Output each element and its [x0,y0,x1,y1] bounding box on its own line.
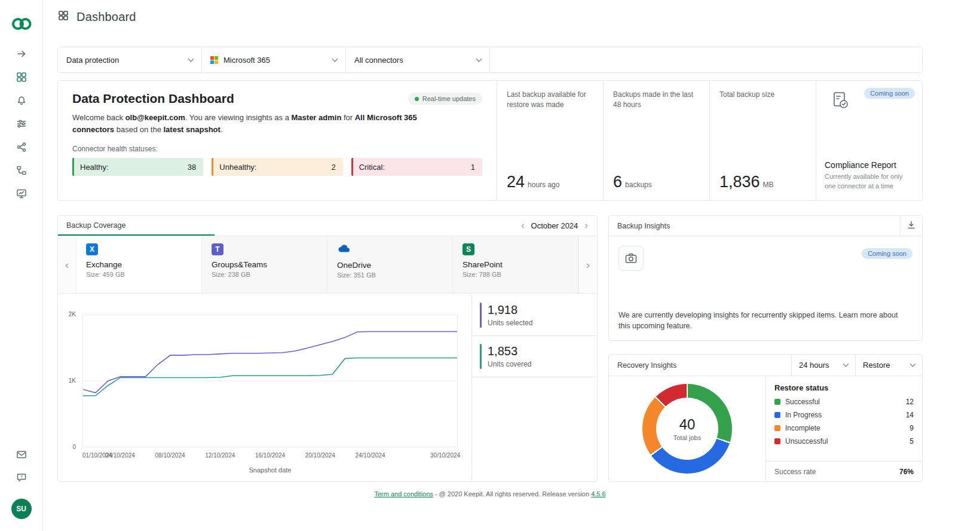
units-accent-bar [480,303,482,328]
terms-link[interactable]: Term and conditions [374,490,433,498]
legend-row: Successful12 [774,398,914,406]
units-selected-stat: 1,918 Units selected [472,295,597,336]
green-dot-icon [415,97,419,101]
page-header: Dashboard [57,0,923,33]
camera-icon [618,246,644,271]
connectors-scroll-right-button[interactable]: › [578,236,597,293]
restore-status-panel: Restore status Successful12 In Progress1… [765,376,922,481]
coverage-chart-area: 01K2K 01/10/202404/10/202408/10/202412/1… [58,295,597,481]
filter-product-label: Microsoft 365 [223,56,270,65]
chevron-down-icon [188,56,194,62]
filter-connectors-select[interactable]: All connectors [346,47,490,72]
connector-tab-onedrive[interactable]: OneDrive Size: 351 GB [327,236,453,293]
restore-status-legend: Successful12 In Progress14 Incomplete9 [774,398,914,445]
health-statuses-label: Connector health statuses: [72,145,482,153]
sidebar-collapse-button[interactable] [8,43,35,66]
filter-connectors-label: All connectors [354,56,403,65]
job-type-select[interactable]: Restore [855,355,922,376]
series-line [83,332,457,393]
y-axis: 01K2K [58,315,79,447]
dashboard-icon [57,10,69,24]
y-tick-label: 0 [59,444,76,450]
connector-tab-sharepoint[interactable]: S SharePoint Size: 788 GB [453,236,578,293]
sharepoint-icon: S [463,243,474,255]
units-covered-stat: 1,853 Units covered [472,336,597,377]
filter-bar: Data protection Microsoft 365 All connec… [57,47,923,73]
welcome-text: Welcome back olb@keepit.com. You are vie… [72,112,418,136]
sidebar-item-support[interactable]: ? [8,467,35,490]
page-title: Dashboard [76,10,136,24]
sidebar-item-dashboard[interactable] [8,66,35,90]
footer: Term and conditions - @ 2020 Keepit. All… [57,490,923,498]
recovery-insights-title: Recovery Insights [617,361,676,370]
recovery-insights-card: Recovery Insights 24 hours Restore 40 [608,354,923,482]
user-email: olb@keepit.com [125,113,185,122]
teams-icon: T [212,243,223,255]
month-navigator: ‹ October 2024 › [512,216,597,236]
backup-insights-title: Backup Insights [617,222,670,230]
x-tick-label: 04/10/2024 [105,452,135,459]
sidebar-item-sharing[interactable] [8,136,35,160]
donut-chart-area: 40 Total jobs [609,376,765,481]
filter-view-label: Data protection [66,56,119,65]
x-tick-label: 20/10/2024 [305,452,335,459]
legend-swatch [774,412,780,418]
coming-soon-badge: Coming soon [864,88,915,99]
version-link[interactable]: 4.5.6 [591,490,605,498]
sidebar-item-messages[interactable] [8,444,35,467]
sidebar-item-settings[interactable] [8,113,35,136]
stat-total-size: Total backup size 1,836MB [709,81,816,200]
stat-last-backup: Last backup available for restore was ma… [497,81,603,200]
download-button[interactable] [900,216,922,236]
insights-description: We are currently developing insights for… [618,310,909,332]
compliance-report-card: Coming soon Compliance Report Currently … [816,81,922,200]
keepit-logo[interactable] [11,17,32,33]
health-pill: Critical:1 [351,158,482,176]
user-avatar[interactable]: SU [11,499,32,519]
compliance-desc: Currently available for only one connect… [825,172,914,191]
health-pill: Unhealthy:2 [212,158,342,176]
legend-row: Unsuccessful5 [774,437,914,445]
user-role: Master admin [292,113,342,122]
sidebar-item-audit[interactable] [8,183,35,206]
legend-swatch [774,438,780,444]
share-icon [16,141,27,155]
next-month-button[interactable]: › [579,219,593,233]
sidebar-item-notifications[interactable] [8,90,35,113]
prev-month-button[interactable]: ‹ [516,219,530,233]
connector-tabs: ‹ X Exchange Size: 459 GB T Groups&Teams… [58,236,597,294]
connectors-scroll-left-button[interactable]: ‹ [58,236,76,293]
filter-view-select[interactable]: Data protection [58,47,202,72]
legend-swatch [774,399,780,405]
y-tick-label: 1K [59,377,76,384]
legend-row: In Progress14 [774,411,914,419]
filter-product-select[interactable]: Microsoft 365 [202,47,346,72]
stat-backups-48h: Backups made in the last 48 hours 6backu… [603,81,709,200]
chevron-down-icon [476,56,482,62]
chevron-down-icon [843,361,849,367]
restore-status-title: Restore status [774,383,914,392]
mail-icon [16,448,27,462]
coverage-header-spacer [215,216,512,236]
dashboard-grid-icon [16,71,27,85]
microsoft-365-icon [210,56,218,64]
filter-bar-spacer [490,47,922,72]
legend-row: Incomplete9 [774,424,914,432]
tab-backup-coverage[interactable]: Backup Coverage [58,216,215,236]
bell-icon [16,94,27,108]
monitor-chart-icon [16,188,27,202]
health-status-row: Healthy:38 Unhealthy:2 Critical:1 [72,158,482,176]
units-accent-bar [480,344,482,369]
x-tick-label: 30/10/2024 [430,452,460,459]
help-chat-icon: ? [16,472,27,486]
sidebar-item-workflows[interactable] [8,160,35,183]
chevron-down-icon [910,361,916,367]
success-rate-row: Success rate76% [766,461,922,481]
time-range-select[interactable]: 24 hours [791,355,855,376]
x-tick-label: 24/10/2024 [355,452,385,459]
backup-insights-card: Backup Insights Coming soon We are curre… [608,215,923,341]
legend-swatch [774,425,780,431]
copyright-text: - @ 2020 Keepit. All rights reserved. Re… [433,490,591,498]
connector-tab-exchange[interactable]: X Exchange Size: 459 GB [76,236,202,293]
connector-tab-groups-teams[interactable]: T Groups&Teams Size: 238 GB [202,236,327,293]
